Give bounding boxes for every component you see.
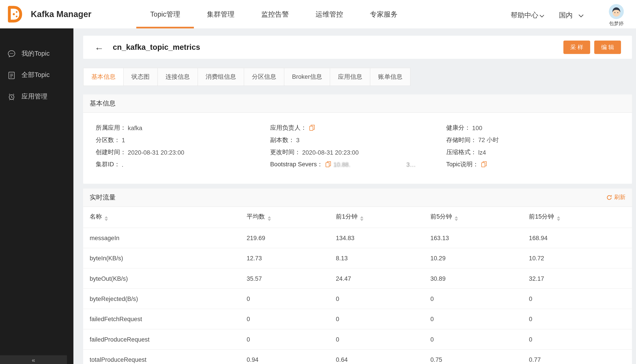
menu-ops[interactable]: 运维管控 <box>316 0 343 28</box>
main-menu: Topic管理 集群管理 监控告警 运维管控 专家服务 <box>137 0 411 28</box>
copy-icon[interactable] <box>326 161 331 168</box>
detail-tabs: 基本信息 状态图 连接信息 消费组信息 分区信息 Broker信息 应用信息 账… <box>83 68 632 86</box>
sort-icon <box>360 216 364 221</box>
field-label: 副本数： <box>270 136 294 144</box>
menu-cluster[interactable]: 集群管理 <box>207 0 234 28</box>
field-value: 72 小时 <box>478 136 499 144</box>
table-row: byteRejected(B/s) 0 0 0 0 <box>83 288 632 308</box>
tab-bill-info[interactable]: 账单信息 <box>370 68 410 86</box>
col-header-name[interactable]: 名称 <box>83 207 247 228</box>
metric-name: byteOut(KB/s) <box>83 268 247 288</box>
brand-title: Kafka Manager <box>31 10 91 19</box>
field-value: 3 <box>296 136 299 144</box>
sidebar-collapse-button[interactable]: « <box>0 355 67 364</box>
metric-value: 0 <box>529 329 632 349</box>
table-row: totalProduceRequest 0.94 0.64 0.75 0.77 <box>83 349 632 364</box>
field-value: 2020-08-31 20:23:00 <box>128 148 184 156</box>
metric-value: 10.72 <box>529 248 632 268</box>
field-label: 健康分： <box>446 124 470 132</box>
table-row: failedFetchRequest 0 0 0 0 <box>83 308 632 329</box>
metric-value: 0 <box>247 329 336 349</box>
metric-value: 0 <box>336 288 430 308</box>
field-replicas: 副本数： 3 <box>270 136 446 144</box>
col-label: 前15分钟 <box>529 213 554 220</box>
refresh-button[interactable]: 刷新 <box>606 194 626 201</box>
tab-basic-info[interactable]: 基本信息 <box>83 68 124 86</box>
sort-icon <box>104 216 108 221</box>
help-center-link[interactable]: 帮助中心 <box>511 10 544 20</box>
sidebar-item-all-topic[interactable]: 全部Topic <box>0 64 74 86</box>
tab-app-info[interactable]: 应用信息 <box>330 68 370 86</box>
copy-icon[interactable] <box>309 124 315 131</box>
field-value: 100 <box>472 124 482 131</box>
metric-value: 0 <box>430 288 529 308</box>
region-selector[interactable]: 国内 <box>559 10 584 20</box>
table-row: messageIn 219.69 134.83 163.13 168.94 <box>83 228 632 248</box>
redacted-value: 10.88. <box>334 161 350 168</box>
field-label: 所属应用： <box>96 124 126 132</box>
metric-name: totalProduceRequest <box>83 349 247 364</box>
metric-value: 0 <box>336 329 430 349</box>
field-compression: 压缩格式： lz4 <box>446 148 632 156</box>
clipboard-icon <box>7 71 16 80</box>
user-menu[interactable]: 包梦婷 <box>609 4 624 27</box>
field-health: 健康分： 100 <box>446 124 632 132</box>
col-header-15min[interactable]: 前15分钟 <box>529 207 632 228</box>
sort-icon <box>557 216 560 221</box>
field-label: 存储时间： <box>446 136 477 144</box>
navbar-right: 帮助中心 国内 <box>511 1 636 27</box>
page-title: cn_kafka_topic_metrics <box>113 43 200 52</box>
field-label: 压缩格式： <box>446 148 477 156</box>
tab-partition-info[interactable]: 分区信息 <box>244 68 284 86</box>
field-topic-desc: Topic说明： <box>446 160 632 168</box>
tab-connection-info[interactable]: 连接信息 <box>158 68 198 86</box>
metrics-table: 名称 平均数 前1分钟 前5分钟 前15分钟 messageIn 219.69 … <box>83 207 632 364</box>
field-label: 创建时间： <box>96 148 126 156</box>
edit-button[interactable]: 编 辑 <box>594 40 621 54</box>
metric-name: byteRejected(B/s) <box>83 288 247 308</box>
sidebar-item-my-topic[interactable]: 我的Topic <box>0 43 74 65</box>
col-header-avg[interactable]: 平均数 <box>247 207 336 228</box>
sort-icon <box>268 216 271 221</box>
col-header-5min[interactable]: 前5分钟 <box>430 207 529 228</box>
field-cluster-id: 集群ID： . <box>96 160 270 168</box>
chat-icon <box>7 50 16 58</box>
metric-value: 219.69 <box>247 228 336 248</box>
field-label: 分区数： <box>96 136 120 144</box>
realtime-traffic-card: 实时流量 刷新 <box>83 188 632 364</box>
table-header-row: 名称 平均数 前1分钟 前5分钟 前15分钟 <box>83 207 632 228</box>
metric-value: 24.47 <box>336 268 430 288</box>
avatar[interactable] <box>609 4 624 19</box>
tab-status-chart[interactable]: 状态图 <box>124 68 158 86</box>
col-label: 前1分钟 <box>336 213 358 220</box>
app-logo-icon <box>3 4 24 25</box>
tab-consumer-group[interactable]: 消费组信息 <box>198 68 244 86</box>
field-partitions: 分区数： 1 <box>96 136 270 144</box>
col-label: 前5分钟 <box>430 213 452 220</box>
redacted-value: 3… <box>406 161 416 168</box>
table-row: failedProduceRequest 0 0 0 0 <box>83 329 632 349</box>
metric-value: 10.29 <box>430 248 529 268</box>
section-title-label: 实时流量 <box>90 193 116 202</box>
sort-icon <box>455 216 458 221</box>
sample-button[interactable]: 采 样 <box>563 40 590 54</box>
sidebar-item-app-manage[interactable]: 应用管理 <box>0 86 74 108</box>
copy-icon[interactable] <box>481 161 487 168</box>
metric-value: 0.64 <box>336 349 430 364</box>
metric-name: failedProduceRequest <box>83 329 247 349</box>
metric-value: 0.77 <box>529 349 632 364</box>
back-arrow-icon[interactable]: ← <box>94 43 104 52</box>
metric-value: 168.94 <box>529 228 632 248</box>
menu-topic[interactable]: Topic管理 <box>150 0 180 28</box>
field-app: 所属应用： kafka <box>96 124 270 132</box>
metric-value: 0 <box>529 308 632 329</box>
metric-value: 0 <box>430 329 529 349</box>
metric-value: 35.57 <box>247 268 336 288</box>
tab-broker-info[interactable]: Broker信息 <box>284 68 330 86</box>
field-value: lz4 <box>478 148 486 156</box>
menu-monitor[interactable]: 监控告警 <box>261 0 289 28</box>
col-header-1min[interactable]: 前1分钟 <box>336 207 430 228</box>
field-bootstrap-servers: Bootstrap Severs： 10.88. 3… <box>270 160 446 168</box>
menu-expert[interactable]: 专家服务 <box>370 0 398 28</box>
refresh-label: 刷新 <box>614 194 626 201</box>
